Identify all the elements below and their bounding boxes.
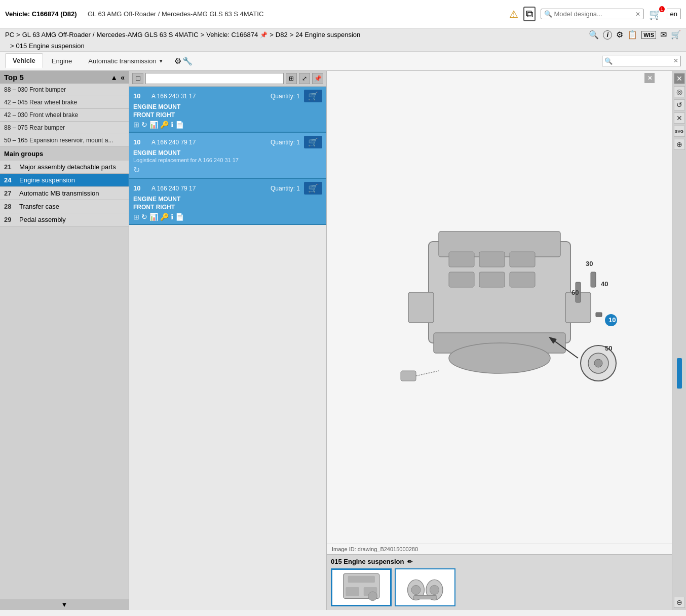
breadcrumb-tools: 🔍 i ⚙ 📋 WIS ✉ 🛒 <box>589 30 681 40</box>
svg-rect-3 <box>449 252 474 267</box>
part1-table-icon[interactable]: ⊞ <box>133 121 139 129</box>
rt-close-btn[interactable]: ✕ <box>674 73 685 84</box>
part3-table-icon[interactable]: ⊞ <box>133 213 139 221</box>
breadcrumb-d82[interactable]: D82 <box>276 31 288 38</box>
part1-doc-icon[interactable]: 📄 <box>175 121 184 129</box>
filter-icon[interactable]: ⚙ <box>616 30 623 40</box>
rt-zoom-in-icon[interactable]: ⊕ <box>674 139 685 150</box>
top5-collapse-icon[interactable]: ▲ <box>110 73 118 82</box>
top5-item-2[interactable]: 42 – 045 Rear wheel brake <box>0 96 129 109</box>
rt-zoom-out-icon[interactable]: ⊖ <box>674 597 685 608</box>
part1-cart-btn[interactable]: 🛒 <box>304 90 322 102</box>
thumbnail-2[interactable] <box>395 568 455 606</box>
part1-info-icon[interactable]: ℹ <box>171 121 173 129</box>
tab-search-input[interactable] <box>613 57 673 65</box>
part2-code: A 166 240 79 17 <box>151 139 266 146</box>
thumbnail-1[interactable] <box>331 568 392 606</box>
sep4: > <box>270 31 274 38</box>
email-icon[interactable]: ✉ <box>660 30 667 40</box>
parts-search-input[interactable] <box>145 73 284 84</box>
tab-transmission-chevron[interactable]: ▼ <box>159 58 164 64</box>
model-search[interactable]: 🔍 ✕ <box>541 9 644 19</box>
parts-expand-icon[interactable]: ⤢ <box>299 73 310 84</box>
svg-line-26 <box>416 371 439 376</box>
top5-item-3[interactable]: 42 – 030 Front wheel brake <box>0 109 129 122</box>
part3-qty-label: Quantity: 1 <box>271 185 300 192</box>
parts-pin-icon[interactable]: 📌 <box>312 73 323 84</box>
top5-close-icon[interactable]: « <box>121 73 125 82</box>
rt-target-icon[interactable]: ◎ <box>674 86 685 97</box>
rt-undo-icon[interactable]: ↺ <box>674 99 685 110</box>
settings-icon[interactable]: ⚙ <box>174 56 181 66</box>
breadcrumb-engine-suspension[interactable]: 24 Engine suspension <box>295 31 360 38</box>
group-21-num: 21 <box>4 163 16 171</box>
top5-item-1[interactable]: 88 – 030 Front bumper <box>0 84 129 96</box>
svg-point-33 <box>411 585 421 594</box>
rt-blue-bar[interactable] <box>677 358 682 389</box>
sidebar-scroll-down[interactable]: ▼ <box>0 599 129 610</box>
part3-doc-icon[interactable]: 📄 <box>175 213 184 221</box>
bottom-title: 015 Engine suspension ✏ <box>331 558 668 565</box>
info-icon[interactable]: i <box>603 30 612 40</box>
part1-refresh-icon[interactable]: ↻ <box>141 121 147 129</box>
part3-info-icon[interactable]: ℹ <box>171 213 173 221</box>
parts-table-icon[interactable]: ⊞ <box>286 73 297 84</box>
part3-key-icon[interactable]: 🔑 <box>160 213 169 221</box>
thumb2-svg <box>399 571 451 604</box>
part1-chart-icon[interactable]: 📊 <box>149 121 158 129</box>
vehicle-pin-icon[interactable]: 📌 <box>260 31 268 38</box>
group-28[interactable]: 28 Transfer case <box>0 200 129 213</box>
report-icon[interactable]: 📋 <box>627 30 637 40</box>
breadcrumb-area: PC > GL 63 AMG Off-Roader / Mercedes-AMG… <box>0 28 686 52</box>
header-icons: ⚠ ⧉ 🔍 ✕ 🛒1 en <box>509 7 681 21</box>
rt-svg-label[interactable]: SVG <box>674 126 685 137</box>
parts-checkbox[interactable]: ☐ <box>132 73 143 84</box>
tools-icon[interactable]: 🔧 <box>182 56 193 66</box>
cart-icon[interactable]: 🛒1 <box>649 8 662 20</box>
tab-engine[interactable]: Engine <box>44 54 80 68</box>
tab-search[interactable]: 🔍 ✕ <box>602 56 681 66</box>
tab-vehicle[interactable]: Vehicle <box>5 53 43 68</box>
svg-rect-36 <box>413 595 437 599</box>
breadcrumb-vehicle[interactable]: Vehicle: C166874 <box>206 31 258 38</box>
part3-chart-icon[interactable]: 📊 <box>149 213 158 221</box>
breadcrumb-variant[interactable]: Mercedes-AMG GLS 63 S 4MATIC <box>96 31 198 38</box>
breadcrumb-model[interactable]: GL 63 AMG Off-Roader <box>22 31 91 38</box>
wis-icon[interactable]: WIS <box>641 31 656 39</box>
rt-cursor-icon[interactable]: ✕ <box>674 112 685 124</box>
search-input[interactable] <box>554 10 635 18</box>
search-clear-icon[interactable]: ✕ <box>635 11 640 18</box>
zoom-in-icon[interactable]: 🔍 <box>589 30 599 40</box>
image-area: ✕ <box>327 71 672 544</box>
breadcrumb-015[interactable]: 015 Engine suspension <box>16 42 85 50</box>
group-21[interactable]: 21 Major assembly detachable parts <box>0 161 129 174</box>
svg-text:30: 30 <box>586 260 593 267</box>
tab-search-close[interactable]: ✕ <box>673 57 678 64</box>
part3-name: ENGINE MOUNT <box>133 196 322 203</box>
group-27[interactable]: 27 Automatic MB transmission <box>0 187 129 200</box>
bottom-edit-icon[interactable]: ✏ <box>407 558 412 565</box>
lang-selector[interactable]: en <box>667 9 681 19</box>
warning-icon[interactable]: ⚠ <box>509 8 518 20</box>
part3-cart-btn[interactable]: 🛒 <box>304 182 322 195</box>
part2-refresh-icon[interactable]: ↻ <box>133 165 140 175</box>
part1-name: ENGINE MOUNT <box>133 103 322 110</box>
breadcrumb-pc[interactable]: PC <box>5 31 14 38</box>
parts-list: 10 A 166 240 31 17 Quantity: 1 🛒 ENGINE … <box>129 87 326 610</box>
top5-item-5[interactable]: 50 – 165 Expansion reservoir, mount a... <box>0 134 129 147</box>
part2-cart-btn[interactable]: 🛒 <box>304 136 322 148</box>
tab-transmission[interactable]: Automatic transmission ▼ <box>81 54 171 68</box>
copy-icon[interactable]: ⧉ <box>523 7 536 21</box>
part1-key-icon[interactable]: 🔑 <box>160 121 169 129</box>
group-29-num: 29 <box>4 216 16 223</box>
cart2-icon[interactable]: 🛒 <box>671 30 681 40</box>
image-close-btn[interactable]: ✕ <box>644 73 655 83</box>
tab-engine-label: Engine <box>52 57 72 65</box>
group-24[interactable]: 24 Engine suspension <box>0 174 129 187</box>
svg-rect-25 <box>401 371 416 381</box>
group-29[interactable]: 29 Pedal assembly <box>0 213 129 226</box>
svg-rect-29 <box>346 588 359 597</box>
groups-container: 21 Major assembly detachable parts 24 En… <box>0 161 129 610</box>
part3-refresh-icon[interactable]: ↻ <box>141 213 147 221</box>
top5-item-4[interactable]: 88 – 075 Rear bumper <box>0 122 129 134</box>
